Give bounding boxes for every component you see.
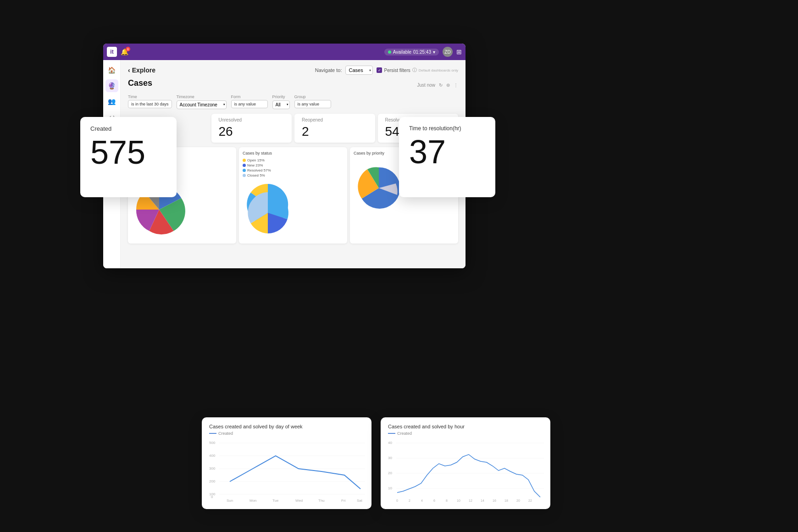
stat-unresolved-value: 26	[219, 124, 285, 139]
svg-text:10: 10	[457, 499, 460, 502]
line-chart-hour: 40 30 20 10 0 2 4 6 8 10 12 14 16 18 20 …	[388, 438, 544, 503]
topbar: it 🔔 8 Available 01:25:43 ▾ ZD ⊞	[103, 44, 466, 60]
filter-priority-label: Priority	[272, 94, 290, 99]
svg-text:14: 14	[481, 499, 484, 502]
filter-form: Form is any value	[231, 94, 268, 109]
svg-text:Tue: Tue	[272, 499, 279, 503]
notification-badge: 8	[126, 47, 130, 51]
filter-form-input[interactable]: is any value	[231, 100, 268, 108]
stat-reopened-value: 2	[302, 124, 368, 139]
navigate-label: Navigate to:	[315, 67, 342, 73]
chart-hour-legend: Created	[388, 431, 543, 436]
sidebar-item-explore[interactable]: 🔮	[105, 79, 118, 92]
svg-text:18: 18	[504, 499, 508, 502]
status-label: Available	[393, 50, 411, 55]
status-time: 01:25:43	[413, 50, 431, 55]
grid-icon[interactable]: ⊞	[456, 48, 462, 55]
chart-hour-title: Cases created and solved by hour	[388, 424, 543, 429]
avatar[interactable]: ZD	[443, 47, 453, 57]
header-row: ‹ Explore Navigate to: Cases ▾ ✓ Persist…	[128, 66, 458, 75]
svg-text:4: 4	[421, 499, 423, 502]
persist-checkbox[interactable]: ✓	[377, 67, 382, 73]
stat-reopened-label: Reopened	[302, 117, 368, 122]
stat-unresolved: Unresolved 26	[211, 114, 292, 143]
filter-time: Time is in the last 30 days	[128, 94, 172, 109]
svg-text:30: 30	[388, 456, 392, 460]
filter-timezone-label: Timezone	[177, 94, 227, 99]
filter-form-label: Form	[231, 94, 268, 99]
sidebar-item-home[interactable]: 🏠	[105, 64, 118, 77]
back-button[interactable]: ‹ Explore	[128, 66, 155, 74]
filter-time-label: Time	[128, 94, 172, 99]
svg-text:10: 10	[388, 486, 392, 490]
scene: it 🔔 8 Available 01:25:43 ▾ ZD ⊞ 🏠 🔮 👥 ↩…	[0, 0, 798, 532]
filter-icon[interactable]: ⊜	[446, 83, 450, 88]
chart-status-title: Cases by status	[243, 151, 344, 155]
svg-text:16: 16	[493, 499, 496, 502]
persist-sublabel: Default dashboards only	[419, 68, 458, 72]
stat-reopened: Reopened 2	[294, 114, 375, 143]
svg-text:0: 0	[211, 495, 213, 499]
filter-priority: Priority All ▾	[272, 94, 290, 109]
card-time-to-resolution: Time to resolution(hr) 37	[399, 117, 495, 197]
status-indicator[interactable]: Available 01:25:43 ▾	[384, 49, 439, 55]
filter-priority-select[interactable]: All	[272, 100, 290, 109]
status-dot	[388, 50, 391, 54]
persist-label: Persist filters	[384, 68, 410, 73]
svg-text:Fri: Fri	[341, 499, 346, 503]
card-created: Created 575	[80, 117, 177, 197]
chart-status-legend: Open 15% New 23% Resolved 57% Closed 5%	[243, 158, 344, 177]
timestamp-label: Just now	[417, 83, 435, 88]
info-icon: ⓘ	[412, 67, 417, 73]
svg-text:12: 12	[469, 499, 472, 502]
svg-text:20: 20	[388, 471, 392, 475]
svg-text:400: 400	[209, 454, 216, 458]
svg-text:200: 200	[209, 479, 216, 483]
refresh-icon[interactable]: ↻	[439, 83, 443, 88]
line-chart-day: 500 400 300 200 100 Sun Mon Tue Wed Thu …	[209, 438, 365, 503]
filter-timezone-select[interactable]: Account Timezone	[177, 100, 227, 109]
pie-chart-status-2	[243, 188, 293, 238]
filter-group-label: Group	[294, 94, 331, 99]
svg-text:22: 22	[528, 499, 532, 502]
sidebar-item-users[interactable]: 👥	[105, 95, 118, 108]
svg-text:20: 20	[516, 499, 520, 502]
card-created-label: Created	[90, 125, 166, 132]
card-time-value: 37	[409, 135, 485, 168]
filter-group-input[interactable]: is any value	[294, 100, 331, 108]
svg-text:8: 8	[446, 499, 448, 502]
filter-group: Group is any value	[294, 94, 331, 109]
back-arrow-icon: ‹	[128, 66, 130, 74]
chart-day-title: Cases created and solved by day of week	[209, 424, 364, 429]
chart-created-by-day: Cases created and solved by day of week …	[202, 417, 371, 509]
svg-text:Sun: Sun	[227, 499, 233, 503]
filter-timezone: Timezone Account Timezone ▾	[177, 94, 227, 109]
svg-text:40: 40	[388, 441, 392, 445]
app-logo[interactable]: it	[107, 47, 117, 57]
svg-text:500: 500	[209, 441, 216, 445]
more-icon[interactable]: ⋮	[454, 83, 458, 88]
persist-filters: ✓ Persist filters ⓘ Default dashboards o…	[377, 67, 458, 73]
svg-text:Mon: Mon	[249, 499, 257, 503]
chart-created-by-hour: Cases created and solved by hour Created…	[381, 417, 550, 509]
svg-text:6: 6	[433, 499, 435, 502]
card-time-label: Time to resolution(hr)	[409, 125, 485, 132]
page-breadcrumb: Explore	[132, 66, 155, 74]
svg-text:Sat: Sat	[357, 499, 363, 503]
svg-text:2: 2	[409, 499, 410, 502]
navigate-select[interactable]: Cases	[345, 66, 373, 75]
svg-text:300: 300	[209, 466, 216, 471]
svg-text:Thu: Thu	[318, 499, 325, 503]
notification-bell[interactable]: 🔔 8	[121, 48, 128, 55]
chevron-down-icon: ▾	[433, 50, 435, 55]
filter-time-input[interactable]: is in the last 30 days	[128, 100, 172, 108]
chart-day-legend: Created	[209, 431, 364, 436]
card-created-value: 575	[90, 136, 166, 169]
stat-unresolved-label: Unresolved	[219, 117, 285, 122]
svg-text:0: 0	[396, 499, 398, 502]
page-title: Cases	[128, 78, 152, 88]
filters-row: Time is in the last 30 days Timezone Acc…	[128, 94, 458, 109]
svg-text:Wed: Wed	[295, 499, 303, 503]
chart-cases-by-status: Cases by status Open 15% New 23% Resolve…	[239, 147, 347, 244]
pie-chart-priority	[354, 158, 404, 218]
